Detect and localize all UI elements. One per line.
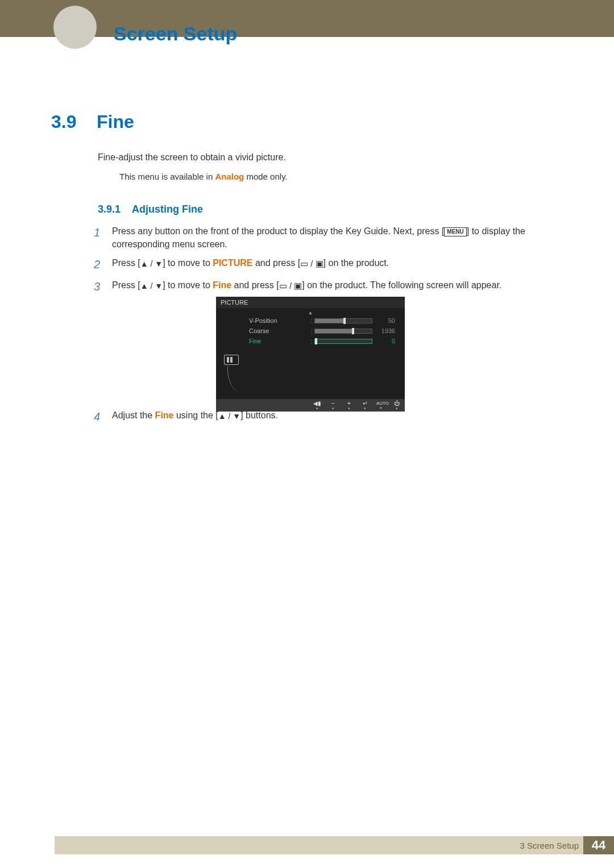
osd-title: PICTURE bbox=[216, 297, 405, 308]
osd-row-label: Coarse bbox=[216, 327, 309, 334]
osd-slider bbox=[314, 329, 372, 334]
picture-label: PICTURE bbox=[213, 258, 252, 268]
t: ] to move to bbox=[163, 280, 213, 290]
fine-label: Fine bbox=[213, 280, 231, 290]
t: using the [ bbox=[174, 410, 218, 420]
step-text: Press [▲ / ▼] to move to Fine and press … bbox=[112, 279, 526, 292]
osd-row-value: 1936 bbox=[372, 327, 399, 334]
menu-button-label: MENU bbox=[444, 227, 466, 237]
osd-screenshot: PICTURE ▲ V-Position : 50 Coarse : 193 bbox=[216, 297, 405, 412]
osd-row-coarse: Coarse : 1936 bbox=[216, 326, 405, 336]
note-analog: Analog bbox=[215, 172, 244, 181]
note-text: This menu is available in Analog mode on… bbox=[119, 172, 288, 181]
colon: : bbox=[309, 338, 314, 344]
osd-row-vposition: V-Position : 50 bbox=[216, 315, 405, 326]
osd-power-icon: ⏻▾ bbox=[392, 401, 401, 410]
fine-label: Fine bbox=[155, 410, 174, 420]
source-icon: ▭ / ▣ bbox=[300, 259, 323, 268]
osd-slider bbox=[314, 339, 372, 344]
section-title: Fine bbox=[97, 111, 134, 132]
picture-category-icon bbox=[224, 355, 239, 365]
osd-row-label: V-Position bbox=[216, 317, 309, 324]
t: and press [ bbox=[252, 258, 300, 268]
footer-chapter: 3 Screen Setup bbox=[520, 841, 579, 850]
t: ] on the product. bbox=[323, 258, 389, 268]
scroll-up-icon: ▲ bbox=[216, 308, 405, 315]
osd-row-label: Fine bbox=[216, 338, 309, 344]
source-icon: ▭ / ▣ bbox=[279, 281, 302, 290]
chapter-badge bbox=[53, 6, 97, 49]
t: ] to move to bbox=[163, 258, 213, 268]
step-number: 1 bbox=[94, 225, 112, 241]
t: Press [ bbox=[112, 258, 140, 268]
subsection-title: Adjusting Fine bbox=[132, 203, 203, 215]
step-number: 3 bbox=[94, 279, 112, 295]
osd-back-icon: ◀▮▾ bbox=[313, 401, 322, 410]
t: Press any button on the front of the pro… bbox=[112, 226, 444, 236]
intro-text: Fine-adjust the screen to obtain a vivid… bbox=[98, 152, 286, 163]
up-down-icon: ▲ / ▼ bbox=[140, 281, 163, 290]
colon: : bbox=[309, 317, 314, 324]
osd-enter-icon: ↵▾ bbox=[360, 401, 370, 410]
osd-body: ▲ V-Position : 50 Coarse : 1936 bbox=[216, 308, 405, 399]
osd-auto-icon: AUTO▾ bbox=[376, 401, 385, 410]
osd-footer: ◀▮▾ −▾ +▾ ↵▾ AUTO▾ ⏻▾ bbox=[216, 399, 405, 412]
osd-row-value: 0 bbox=[372, 338, 399, 344]
t: Adjust the bbox=[112, 410, 155, 420]
step-number: 2 bbox=[94, 256, 112, 273]
up-down-icon: ▲ / ▼ bbox=[218, 412, 240, 421]
page: Screen Setup 3.9 Fine Fine-adjust the sc… bbox=[0, 0, 614, 868]
note-post: mode only. bbox=[244, 172, 287, 181]
step-text: Press any button on the front of the pro… bbox=[112, 225, 526, 251]
osd-slider bbox=[314, 318, 372, 323]
footer-bar: 3 Screen Setup 44 bbox=[55, 836, 614, 854]
step-text: Press [▲ / ▼] to move to PICTURE and pre… bbox=[112, 256, 526, 270]
note-pre: This menu is available in bbox=[119, 172, 215, 181]
osd-curve-decoration bbox=[227, 366, 243, 392]
osd-minus-icon: −▾ bbox=[329, 401, 338, 410]
step-1: 1 Press any button on the front of the p… bbox=[94, 225, 526, 251]
t: ] buttons. bbox=[240, 410, 278, 420]
osd-row-fine: Fine : 0 bbox=[216, 336, 405, 346]
t: Press [ bbox=[112, 280, 140, 290]
page-number: 44 bbox=[583, 836, 614, 854]
step-2: 2 Press [▲ / ▼] to move to PICTURE and p… bbox=[94, 256, 526, 273]
osd-row-value: 50 bbox=[372, 317, 399, 324]
t: ] on the product. The following screen w… bbox=[302, 280, 501, 290]
t: and press [ bbox=[231, 280, 279, 290]
subsection-number: 3.9.1 bbox=[98, 203, 121, 215]
step-number: 4 bbox=[94, 409, 112, 425]
osd-plus-icon: +▾ bbox=[345, 401, 354, 410]
up-down-icon: ▲ / ▼ bbox=[140, 259, 163, 268]
chapter-title: Screen Setup bbox=[114, 23, 237, 45]
section-number: 3.9 bbox=[51, 111, 76, 132]
colon: : bbox=[309, 327, 314, 334]
step-3: 3 Press [▲ / ▼] to move to Fine and pres… bbox=[94, 279, 526, 295]
